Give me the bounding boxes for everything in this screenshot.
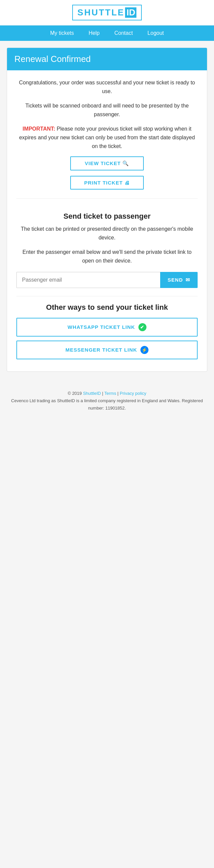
messenger-ticket-link-button[interactable]: MESSENGER TICKET LINK ⚡ [16, 341, 198, 359]
send-email-button[interactable]: SEND ✉ [160, 272, 198, 288]
send-para-1: The ticket can be printed or presented d… [16, 225, 198, 242]
nav-logout[interactable]: Logout [140, 26, 171, 41]
logo-id: ID [125, 7, 136, 18]
header: SHUTTLE ID [0, 0, 214, 26]
card-body: Congratulations, your order was successf… [7, 70, 207, 371]
messenger-btn-label: MESSENGER TICKET LINK [66, 347, 137, 352]
send-section-title: Send ticket to passenger [16, 212, 198, 221]
card-header: Renewal Confirmed [7, 48, 207, 70]
whatsapp-btn-label: WHATSAPP TICKET LINK [68, 324, 135, 330]
send-para-2: Enter the passenger email below and we'l… [16, 248, 198, 265]
card-title: Renewal Confirmed [14, 54, 200, 64]
main-content: Renewal Confirmed Congratulations, your … [0, 41, 214, 382]
confirmation-para-2: Tickets will be scanned onboard and will… [16, 101, 198, 119]
confirmation-para-1: Congratulations, your order was successf… [16, 79, 198, 95]
print-ticket-label: PRINT TICKET [84, 180, 123, 186]
other-ways-section: Other ways to send your ticket link WHAT… [16, 296, 198, 359]
privacy-link[interactable]: Privacy policy [120, 391, 146, 396]
mail-icon: ✉ [186, 277, 190, 283]
search-icon: 🔍 [122, 160, 129, 166]
print-icon: 🖨 [124, 180, 130, 186]
email-send-row: SEND ✉ [16, 272, 198, 288]
important-notice: IMPORTANT: Please note your previous tic… [16, 125, 198, 150]
messenger-icon: ⚡ [140, 346, 148, 354]
view-ticket-button[interactable]: VIEW TICKET 🔍 [70, 156, 144, 170]
footer-copyright: © 2019 ShuttleID | Terms | Privacy polic… [7, 390, 207, 397]
nav-my-tickets[interactable]: My tickets [43, 26, 81, 41]
copyright-text: © 2019 [68, 391, 81, 396]
nav-help[interactable]: Help [81, 26, 107, 41]
send-section: Send ticket to passenger The ticket can … [16, 198, 198, 288]
logo: SHUTTLE ID [72, 5, 142, 21]
navigation: My tickets Help Contact Logout [0, 26, 214, 41]
confirmation-card: Renewal Confirmed Congratulations, your … [7, 48, 207, 372]
passenger-email-input[interactable] [16, 272, 160, 288]
whatsapp-ticket-link-button[interactable]: WHATSAPP TICKET LINK ✔ [16, 318, 198, 337]
terms-link[interactable]: Terms [104, 391, 116, 396]
shuttleid-link[interactable]: ShuttleID [83, 391, 101, 396]
footer-company-info: Cevenco Ltd trading as ShuttleID is a li… [7, 397, 207, 412]
other-ways-title: Other ways to send your ticket link [16, 303, 198, 312]
send-label: SEND [168, 277, 183, 283]
important-label: IMPORTANT: [23, 126, 55, 132]
nav-contact[interactable]: Contact [107, 26, 140, 41]
logo-text: SHUTTLE [78, 7, 125, 18]
footer: © 2019 ShuttleID | Terms | Privacy polic… [0, 382, 214, 422]
print-ticket-button[interactable]: PRINT TICKET 🖨 [70, 176, 144, 190]
whatsapp-icon: ✔ [138, 323, 146, 331]
ticket-actions: VIEW TICKET 🔍 PRINT TICKET 🖨 [16, 156, 198, 193]
view-ticket-label: VIEW TICKET [85, 160, 121, 166]
